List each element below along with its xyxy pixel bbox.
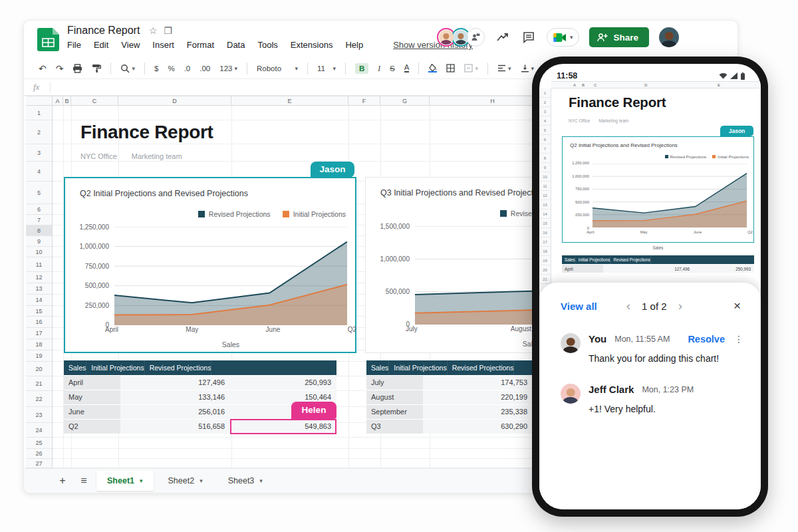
comment-history-icon[interactable] [521, 29, 537, 45]
comment-menu-icon[interactable]: ⋮ [734, 334, 743, 344]
phone-row-header: 19 [539, 256, 551, 265]
status-time: 11:58 [557, 71, 577, 80]
activity-trend-icon[interactable] [495, 29, 511, 45]
share-button[interactable]: Share [589, 27, 649, 47]
tab-sheet2[interactable]: Sheet2▾ [158, 471, 213, 491]
battery-icon [741, 72, 745, 80]
phone-row-header: 4 [539, 116, 551, 126]
view-all-link[interactable]: View all [561, 301, 597, 312]
phone-q2-x-axis-title: Sales [562, 245, 754, 250]
phone-row-header: 12 [539, 191, 551, 200]
menu-view[interactable]: View [121, 40, 140, 50]
column-header[interactable]: B [63, 96, 71, 105]
next-comment-icon[interactable]: › [678, 299, 682, 313]
undo-icon[interactable]: ↶ [39, 63, 47, 74]
paint-format-icon[interactable] [92, 64, 101, 73]
font-selector[interactable]: Roboto▾ [257, 65, 298, 72]
close-comments-icon[interactable]: × [733, 299, 741, 313]
fill-color-button[interactable] [428, 64, 437, 72]
stage: Finance Report ☆ ❐ File Edit View Insert… [0, 0, 798, 532]
menu-edit[interactable]: Edit [94, 40, 108, 50]
column-header[interactable]: A [53, 96, 63, 105]
menu-extensions[interactable]: Extensions [291, 40, 333, 50]
menu-file[interactable]: File [67, 40, 81, 50]
vertical-align-button[interactable]: ▾ [521, 65, 535, 72]
number-format-button[interactable]: 123▾ [219, 65, 237, 72]
column-header[interactable]: F [348, 96, 380, 105]
increase-decimal-button[interactable]: .00 [200, 65, 210, 72]
q2-x-axis: AprilMayJuneQ2 [105, 326, 356, 333]
phone-row-header: 11 [539, 182, 551, 191]
move-to-folder-icon[interactable]: ❐ [164, 25, 173, 36]
initial-projection-cell[interactable]: 133,146 [120, 390, 230, 404]
column-header[interactable]: D [118, 96, 231, 105]
table-header-cell[interactable]: Sales [366, 360, 389, 375]
initial-projection-cell[interactable]: 174,753 [423, 376, 533, 390]
menu-tools[interactable]: Tools [257, 40, 277, 50]
office-label-cell[interactable]: NYC Office [80, 152, 117, 160]
month-cell[interactable]: May [64, 390, 120, 404]
bold-button[interactable]: B [355, 63, 368, 74]
horizontal-align-button[interactable]: ▾ [497, 65, 511, 72]
table-header-cell[interactable]: Sales [64, 360, 86, 375]
borders-button[interactable] [446, 64, 455, 72]
report-title-cell[interactable]: Finance Report [80, 122, 213, 143]
zoom-icon[interactable]: ▾ [120, 64, 135, 73]
initial-projection-cell[interactable]: 256,016 [120, 405, 230, 419]
month-cell[interactable]: June [64, 405, 120, 419]
column-header[interactable]: C [71, 96, 118, 105]
menu-data[interactable]: Data [227, 40, 245, 50]
user-profile-avatar[interactable] [659, 27, 679, 47]
redo-icon[interactable]: ↷ [56, 63, 64, 74]
italic-button[interactable]: I [378, 65, 380, 72]
column-header[interactable]: G [380, 96, 430, 105]
text-color-button[interactable]: A [404, 64, 410, 72]
month-cell[interactable]: August [366, 390, 423, 404]
collaborator-avatar-jason[interactable] [452, 28, 470, 47]
meet-call-button[interactable]: ▾ [547, 28, 580, 47]
tab-sheet3[interactable]: Sheet3▾ [217, 471, 273, 491]
menu-help[interactable]: Help [345, 40, 363, 50]
column-header[interactable]: E [231, 96, 348, 105]
menu-format[interactable]: Format [187, 40, 214, 50]
month-cell[interactable]: April [64, 376, 120, 390]
initial-projection-cell[interactable]: 220,199 [423, 390, 533, 404]
star-icon[interactable]: ☆ [149, 25, 158, 36]
initial-projection-cell[interactable]: 127,496 [120, 376, 230, 390]
window-header: Finance Report ☆ ❐ File Edit View Insert… [24, 21, 737, 58]
prev-comment-icon[interactable]: ‹ [626, 299, 630, 313]
add-sheet-icon[interactable]: + [54, 472, 71, 489]
anonymous-collaborators-icon[interactable] [466, 28, 485, 47]
column-header[interactable] [26, 96, 53, 105]
q2-chart[interactable]: Q2 Initial Projections and Revised Proje… [64, 177, 356, 353]
format-currency-button[interactable]: $ [154, 65, 158, 72]
tab-sheet1[interactable]: Sheet1▾ [96, 471, 154, 491]
all-sheets-icon[interactable]: ≡ [75, 472, 92, 489]
print-icon[interactable] [72, 64, 82, 73]
month-cell[interactable]: July [366, 376, 423, 390]
revised-projection-cell[interactable]: 250,993 [230, 376, 336, 390]
initial-projection-cell[interactable]: 630,290 [423, 420, 533, 434]
font-size-selector[interactable]: 11▾ [317, 65, 336, 72]
table-header-cell[interactable]: Revised Projections [145, 360, 212, 375]
table-header-cell[interactable]: Initial Projections [389, 360, 447, 375]
strikethrough-button[interactable]: S [390, 65, 395, 72]
format-percent-button[interactable]: % [168, 65, 174, 72]
month-cell[interactable]: September [366, 405, 423, 419]
table-header-cell[interactable]: Revised Projections [448, 360, 515, 375]
phone-table-header-cell: Initial Projections [576, 255, 611, 264]
decrease-decimal-button[interactable]: .0 [184, 65, 191, 72]
month-cell[interactable]: Q3 [366, 420, 423, 434]
menu-insert[interactable]: Insert [152, 40, 174, 50]
document-title[interactable]: Finance Report [67, 25, 140, 37]
month-cell[interactable]: Q2 [64, 420, 120, 434]
initial-projection-cell[interactable]: 235,338 [423, 405, 533, 419]
table-header-cell[interactable]: Initial Projections [86, 360, 144, 375]
collaborator-avatar-helen[interactable] [437, 28, 456, 47]
resolve-button[interactable]: Resolve [688, 334, 725, 344]
phone-q2-chart[interactable]: Q2 Initial Projections and Revised Proje… [562, 136, 754, 243]
team-label-cell[interactable]: Marketing team [132, 152, 182, 160]
column-headers[interactable]: ABCDEFGH [26, 96, 565, 106]
merge-cells-button[interactable]: ▾ [464, 64, 478, 72]
initial-projection-cell[interactable]: 516,658 [120, 420, 230, 434]
